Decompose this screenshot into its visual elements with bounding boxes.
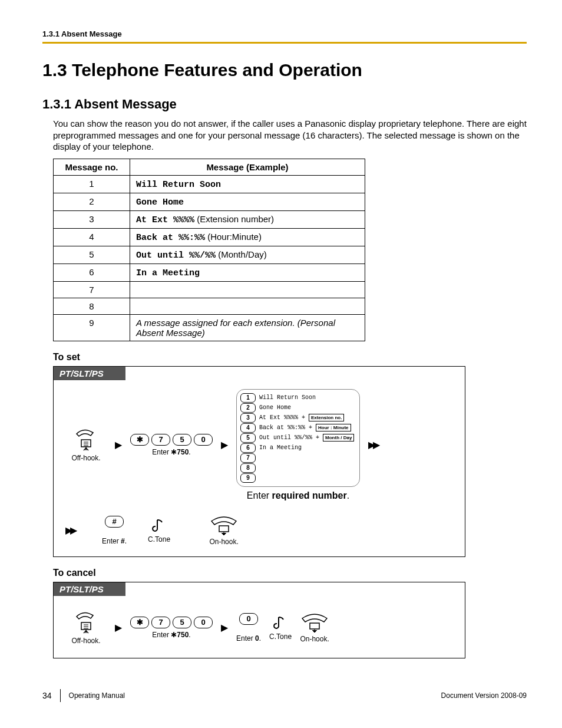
key-0: 0 — [194, 617, 213, 628]
option-text: In a Meeting — [259, 444, 302, 451]
ctone-icon — [273, 615, 288, 630]
to-set-box: PT/SLT/PS Off-hook. ▶ ✱ 7 5 0 — [53, 366, 465, 557]
step-hash: # Enter #. — [102, 516, 127, 545]
list-item: 4Back at %%:%% +Hour : Minute — [240, 423, 355, 433]
enter-0-caption: Enter 0. — [236, 634, 261, 643]
key-small: 2 — [240, 403, 256, 413]
cell-no: 3 — [54, 210, 130, 228]
list-item: 7 — [240, 453, 355, 463]
step-offhook: Off-hook. — [65, 611, 107, 645]
cell-no: 5 — [54, 246, 130, 263]
cell-no: 2 — [54, 193, 130, 210]
pt-band: PT/SLT/PS — [54, 367, 125, 380]
arrow-icon: ▶ — [221, 622, 228, 633]
onhook-icon — [209, 515, 239, 535]
enter-750-caption: Enter ✱750. — [152, 448, 190, 456]
enter-750-caption: Enter ✱750. — [152, 631, 190, 639]
cell-example: A message assigned for each extension. (… — [130, 314, 365, 341]
key-0: 0 — [239, 613, 258, 625]
key-hash: # — [105, 516, 124, 528]
table-row: 5Out until %%/%% (Month/Day) — [54, 246, 365, 263]
arrow-continue-icon: ▶▶ — [368, 439, 378, 450]
ctone-icon — [151, 518, 167, 533]
list-item: 6In a Meeting — [240, 443, 355, 453]
pt-band: PT/SLT/PS — [54, 582, 125, 596]
key-small: 6 — [240, 443, 256, 453]
key-7: 7 — [151, 434, 170, 446]
key-small: 3 — [240, 413, 256, 423]
cell-no: 6 — [54, 263, 130, 281]
key-star: ✱ — [130, 617, 149, 628]
arrow-icon: ▶ — [115, 622, 122, 633]
offhook-icon — [73, 428, 99, 452]
table-row: 8 — [54, 298, 365, 314]
key-star: ✱ — [130, 434, 149, 446]
option-text: Gone Home — [259, 404, 291, 411]
param-box: Month / Day — [323, 434, 354, 442]
cell-no: 1 — [54, 175, 130, 193]
arrow-continue-icon: ▶▶ — [65, 525, 75, 536]
key-small: 1 — [240, 393, 256, 403]
page-footer: 34 Operating Manual Document Version 200… — [42, 689, 527, 702]
cell-example: Back at %%:%% (Hour:Minute) — [130, 228, 365, 246]
option-text: At Ext %%%% + — [259, 414, 305, 421]
step-onhook: On-hook. — [300, 612, 329, 643]
step-onhook: On-hook. — [209, 515, 239, 546]
ctone-caption: C.Tone — [148, 535, 170, 543]
enter-hash-caption: Enter #. — [102, 537, 127, 545]
step-ctone: C.Tone — [148, 518, 170, 543]
offhook-caption: Off-hook. — [71, 454, 100, 462]
option-text: Out until %%/%% + — [259, 434, 319, 441]
option-text: Back at %%:%% + — [259, 424, 312, 431]
table-row: 4Back at %%:%% (Hour:Minute) — [54, 228, 365, 246]
to-set-label: To set — [53, 352, 527, 363]
cell-example: Gone Home — [130, 193, 365, 210]
enter-required-caption: Enter required number. — [247, 490, 349, 501]
cell-example: At Ext %%%% (Extension number) — [130, 210, 365, 228]
cell-example — [130, 298, 365, 314]
key-small: 7 — [240, 453, 256, 463]
table-row: 3At Ext %%%% (Extension number) — [54, 210, 365, 228]
page-number: 34 — [42, 691, 52, 700]
key-small: 4 — [240, 423, 256, 433]
list-item: 8 — [240, 463, 355, 473]
list-item: 5Out until %%/%% +Month / Day — [240, 433, 355, 443]
option-text: Will Return Soon — [259, 394, 316, 401]
list-item: 3At Ext %%%% +Extension no. — [240, 413, 355, 423]
table-row: 1Will Return Soon — [54, 175, 365, 193]
onhook-caption: On-hook. — [300, 635, 329, 643]
step-offhook: Off-hook. — [65, 428, 107, 462]
cell-example: Out until %%/%% (Month/Day) — [130, 246, 365, 263]
step-enter-750: ✱ 7 5 0 Enter ✱750. — [130, 434, 213, 456]
cell-no: 4 — [54, 228, 130, 246]
list-item: 9 — [240, 473, 355, 483]
key-7: 7 — [151, 617, 170, 628]
onhook-icon — [300, 612, 329, 633]
message-options-list: 1Will Return Soon2Gone Home3At Ext %%%% … — [236, 389, 360, 487]
to-cancel-label: To cancel — [53, 568, 527, 578]
cell-no: 7 — [54, 281, 130, 298]
list-item: 2Gone Home — [240, 403, 355, 413]
arrow-icon: ▶ — [221, 439, 228, 450]
table-row: 6In a Meeting — [54, 263, 365, 281]
cell-no: 9 — [54, 314, 130, 341]
cell-example — [130, 281, 365, 298]
arrow-icon: ▶ — [115, 439, 122, 450]
col-header-example: Message (Example) — [130, 159, 365, 175]
param-box: Extension no. — [309, 414, 344, 421]
offhook-icon — [73, 611, 99, 634]
to-cancel-box: PT/SLT/PS Off-hook. ▶ ✱ 7 5 0 — [53, 582, 465, 658]
footer-divider — [60, 689, 61, 702]
cell-example: Will Return Soon — [130, 175, 365, 193]
table-row: 2Gone Home — [54, 193, 365, 210]
document-version: Document Version 2008-09 — [441, 691, 527, 700]
subsection-title: 1.3.1 Absent Message — [42, 97, 527, 112]
header-rule — [42, 42, 527, 44]
running-header: 1.3.1 Absent Message — [42, 29, 527, 38]
key-small: 9 — [240, 473, 256, 483]
step-ctone: C.Tone — [269, 615, 292, 641]
ctone-caption: C.Tone — [269, 633, 292, 641]
cell-example: In a Meeting — [130, 263, 365, 281]
col-header-no: Message no. — [54, 159, 130, 175]
manual-name: Operating Manual — [69, 691, 125, 700]
